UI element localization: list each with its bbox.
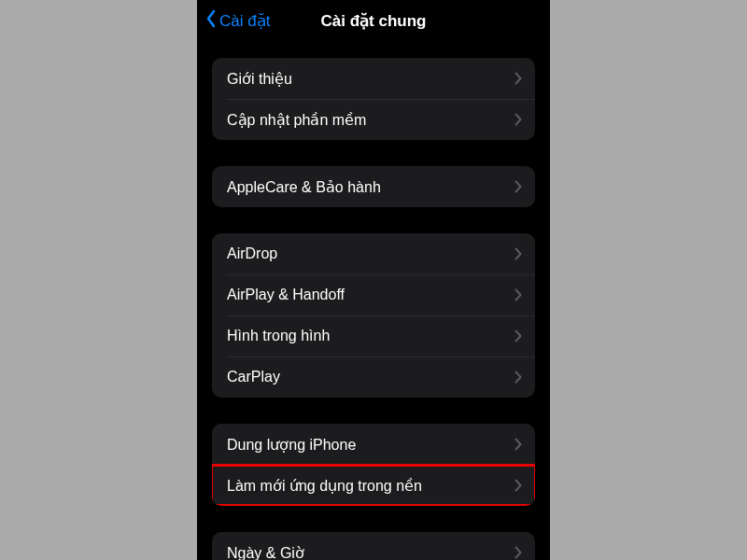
row-label: Ngày & Giờ bbox=[227, 544, 514, 561]
row-label: Hình trong hình bbox=[227, 328, 514, 344]
row-carplay[interactable]: CarPlay bbox=[212, 357, 535, 398]
chevron-right-icon bbox=[514, 113, 522, 126]
settings-group: Dung lượng iPhoneLàm mới ứng dụng trong … bbox=[212, 424, 535, 506]
settings-group: Giới thiệuCập nhật phần mềm bbox=[212, 58, 535, 140]
phone-screen: Cài đặt Cài đặt chung Giới thiệuCập nhật… bbox=[197, 0, 550, 560]
chevron-right-icon bbox=[514, 438, 522, 451]
chevron-right-icon bbox=[514, 371, 522, 384]
settings-group: AirDropAirPlay & HandoffHình trong hìnhC… bbox=[212, 233, 535, 398]
row-applecare-warranty[interactable]: AppleCare & Bảo hành bbox=[212, 166, 535, 207]
row-label: Làm mới ứng dụng trong nền bbox=[227, 477, 514, 495]
row-label: Giới thiệu bbox=[227, 70, 514, 88]
row-label: AirDrop bbox=[227, 245, 514, 262]
row-label: CarPlay bbox=[227, 369, 514, 385]
chevron-right-icon bbox=[514, 247, 522, 260]
row-software-update[interactable]: Cập nhật phần mềm bbox=[212, 99, 535, 140]
settings-group: AppleCare & Bảo hành bbox=[212, 166, 535, 207]
chevron-right-icon bbox=[514, 72, 522, 85]
row-picture-in-picture[interactable]: Hình trong hình bbox=[212, 315, 535, 357]
row-label: AppleCare & Bảo hành bbox=[227, 178, 514, 196]
back-button[interactable]: Cài đặt bbox=[204, 8, 270, 34]
row-label: Dung lượng iPhone bbox=[227, 436, 514, 454]
row-iphone-storage[interactable]: Dung lượng iPhone bbox=[212, 424, 535, 465]
chevron-left-icon bbox=[204, 8, 218, 34]
chevron-right-icon bbox=[514, 180, 522, 193]
chevron-right-icon bbox=[514, 546, 522, 559]
row-airplay-handoff[interactable]: AirPlay & Handoff bbox=[212, 274, 535, 315]
row-background-app-refresh[interactable]: Làm mới ứng dụng trong nền bbox=[212, 465, 535, 506]
settings-group: Ngày & Giờ bbox=[212, 532, 535, 560]
row-label: Cập nhật phần mềm bbox=[227, 111, 514, 129]
settings-content: Giới thiệuCập nhật phần mềmAppleCare & B… bbox=[197, 58, 550, 560]
row-about[interactable]: Giới thiệu bbox=[212, 58, 535, 99]
back-label: Cài đặt bbox=[219, 11, 270, 31]
chevron-right-icon bbox=[514, 329, 522, 343]
row-airdrop[interactable]: AirDrop bbox=[212, 233, 535, 274]
row-label: AirPlay & Handoff bbox=[227, 287, 514, 303]
chevron-right-icon bbox=[514, 479, 522, 492]
row-date-time[interactable]: Ngày & Giờ bbox=[212, 532, 535, 560]
chevron-right-icon bbox=[514, 288, 522, 301]
navbar: Cài đặt Cài đặt chung bbox=[197, 0, 550, 41]
